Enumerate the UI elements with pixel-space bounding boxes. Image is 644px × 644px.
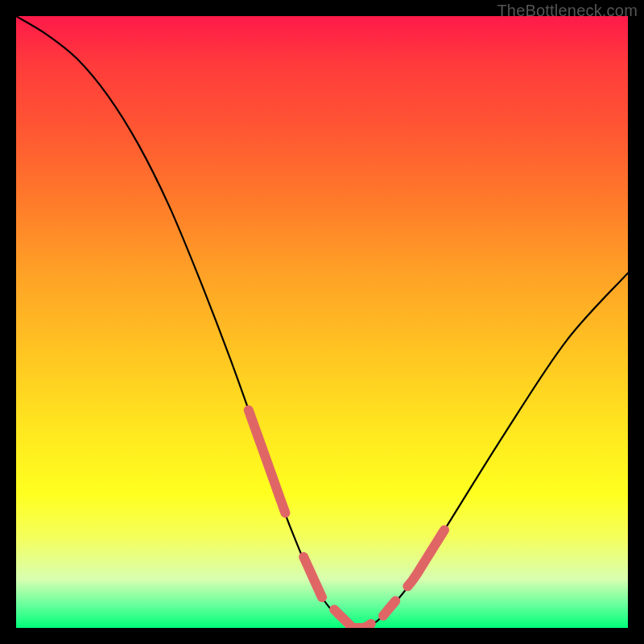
highlight-segment <box>303 557 322 597</box>
watermark-text: TheBottleneck.com <box>497 2 638 20</box>
chart-plot-area <box>16 16 628 628</box>
highlight-segment <box>249 410 286 513</box>
curve-highlights <box>249 410 444 628</box>
highlight-segment <box>407 530 444 586</box>
highlight-segment <box>334 609 371 628</box>
curve-path <box>16 16 628 628</box>
bottleneck-curve <box>16 16 628 628</box>
highlight-segment <box>383 601 395 616</box>
